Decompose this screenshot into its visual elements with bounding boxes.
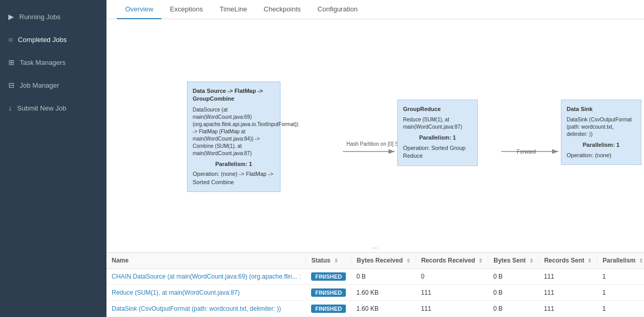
node1-title: Data Source -> FlatMap -> GroupCombine bbox=[193, 87, 275, 103]
row1-name[interactable]: CHAIN DataSource (at main(WordCount.java… bbox=[106, 269, 306, 285]
node-datasink[interactable]: Data Sink DataSink (CsvOutputFormat (pat… bbox=[561, 100, 641, 165]
sidebar-label-running-jobs: Running Jobs bbox=[19, 13, 61, 21]
sidebar-item-completed-jobs[interactable]: ○Completed Jobs bbox=[0, 28, 106, 51]
col-records-received: Records Received ⇕ bbox=[415, 253, 488, 269]
row3-bytes-received: 1.60 KB bbox=[351, 301, 415, 317]
row3-name[interactable]: DataSink (CsvOutputFormat (path: wordcou… bbox=[106, 301, 306, 317]
task-managers-icon: ⊞ bbox=[8, 58, 15, 66]
col-parallelism: Parallelism ⇕ bbox=[597, 253, 644, 269]
node2-parallelism: Parallelism: 1 bbox=[403, 134, 472, 142]
diagram-area: Data Source -> FlatMap -> GroupCombine D… bbox=[106, 19, 644, 240]
sidebar-item-submit-new-job[interactable]: ↓Submit New Job bbox=[0, 97, 106, 119]
row1-records-sent: 111 bbox=[539, 269, 597, 285]
ellipsis-separator: ... bbox=[106, 240, 644, 252]
col-bytes-received: Bytes Received ⇕ bbox=[351, 253, 415, 269]
row2-parallelism: 1 bbox=[597, 285, 644, 301]
tab-checkpoints[interactable]: Checkpoints bbox=[256, 0, 310, 19]
col-name: Name bbox=[106, 253, 306, 269]
main-content: OverviewExceptionsTimeLineCheckpointsCon… bbox=[106, 0, 644, 317]
row3-bytes-sent: 0 B bbox=[488, 301, 539, 317]
jobs-table-area: Name Status ⇕ Bytes Received ⇕ Records R… bbox=[106, 252, 644, 317]
sidebar: ▶Running Jobs○Completed Jobs⊞Task Manage… bbox=[0, 0, 106, 317]
node3-parallelism: Parallelism: 1 bbox=[567, 141, 636, 149]
node-datasource[interactable]: Data Source -> FlatMap -> GroupCombine D… bbox=[187, 81, 280, 192]
node2-title: GroupReduce bbox=[403, 105, 472, 113]
submit-new-job-icon: ↓ bbox=[8, 104, 12, 112]
row1-records-received: 0 bbox=[415, 269, 488, 285]
row3-records-sent: 111 bbox=[539, 301, 597, 317]
row2-name[interactable]: Reduce (SUM(1), at main(WordCount.java:8… bbox=[106, 285, 306, 301]
table-header: Name Status ⇕ Bytes Received ⇕ Records R… bbox=[106, 253, 644, 269]
node2-body: Reduce (SUM(1), at main(WordCount.java:8… bbox=[403, 116, 472, 131]
sidebar-item-task-managers[interactable]: ⊞Task Managers bbox=[0, 51, 106, 74]
row1-bytes-sent: 0 B bbox=[488, 269, 539, 285]
table-row: CHAIN DataSource (at main(WordCount.java… bbox=[106, 269, 644, 285]
row2-status: FINISHED bbox=[306, 285, 351, 301]
completed-jobs-icon: ○ bbox=[8, 35, 12, 44]
table-row: DataSink (CsvOutputFormat (path: wordcou… bbox=[106, 301, 644, 317]
node3-title: Data Sink bbox=[567, 105, 636, 113]
running-jobs-icon: ▶ bbox=[8, 12, 14, 21]
node1-body: DataSource (at main(WordCount.java:69) (… bbox=[193, 106, 275, 157]
row3-status: FINISHED bbox=[306, 301, 351, 317]
sidebar-item-running-jobs[interactable]: ▶Running Jobs bbox=[0, 5, 106, 28]
tab-bar: OverviewExceptionsTimeLineCheckpointsCon… bbox=[106, 0, 644, 19]
node3-operation: Operation: (none) bbox=[567, 151, 636, 159]
tab-timeline[interactable]: TimeLine bbox=[211, 0, 256, 19]
row3-records-received: 111 bbox=[415, 301, 488, 317]
sidebar-item-job-manager[interactable]: ⊟Job Manager bbox=[0, 74, 106, 97]
row1-status: FINISHED bbox=[306, 269, 351, 285]
job-manager-icon: ⊟ bbox=[8, 81, 15, 89]
table-header-row: Name Status ⇕ Bytes Received ⇕ Records R… bbox=[106, 253, 644, 269]
node2-operation: Operation: Sorted Group Reduce bbox=[403, 144, 472, 160]
row3-parallelism: 1 bbox=[597, 301, 644, 317]
jobs-table: Name Status ⇕ Bytes Received ⇕ Records R… bbox=[106, 253, 644, 317]
row2-bytes-sent: 0 B bbox=[488, 285, 539, 301]
sidebar-label-submit-new-job: Submit New Job bbox=[17, 104, 66, 112]
diagram-container: Data Source -> FlatMap -> GroupCombine D… bbox=[106, 19, 644, 240]
table-row: Reduce (SUM(1), at main(WordCount.java:8… bbox=[106, 285, 644, 301]
node1-operation: Operation: (none) -> FlatMap -> Sorted C… bbox=[193, 170, 275, 186]
table-body: CHAIN DataSource (at main(WordCount.java… bbox=[106, 269, 644, 317]
tab-configuration[interactable]: Configuration bbox=[309, 0, 366, 19]
sidebar-label-job-manager: Job Manager bbox=[20, 81, 59, 89]
node-groupreduce[interactable]: GroupReduce Reduce (SUM(1), at main(Word… bbox=[397, 100, 478, 166]
row1-bytes-received: 0 B bbox=[351, 269, 415, 285]
sidebar-label-task-managers: Task Managers bbox=[20, 59, 65, 66]
node3-body: DataSink (CsvOutputFormat (path: wordcou… bbox=[567, 116, 636, 138]
row2-bytes-received: 1.60 KB bbox=[351, 285, 415, 301]
col-bytes-sent: Bytes Sent ⇕ bbox=[488, 253, 539, 269]
tab-overview[interactable]: Overview bbox=[117, 0, 162, 19]
tab-exceptions[interactable]: Exceptions bbox=[162, 0, 211, 19]
row1-parallelism: 1 bbox=[597, 269, 644, 285]
arrow2-label: Forward bbox=[517, 149, 536, 155]
col-status: Status ⇕ bbox=[306, 253, 351, 269]
row2-records-received: 111 bbox=[415, 285, 488, 301]
node1-parallelism: Parallelism: 1 bbox=[193, 160, 275, 168]
sidebar-label-completed-jobs: Completed Jobs bbox=[18, 36, 66, 44]
row2-records-sent: 111 bbox=[539, 285, 597, 301]
col-records-sent: Records Sent ⇕ bbox=[539, 253, 597, 269]
